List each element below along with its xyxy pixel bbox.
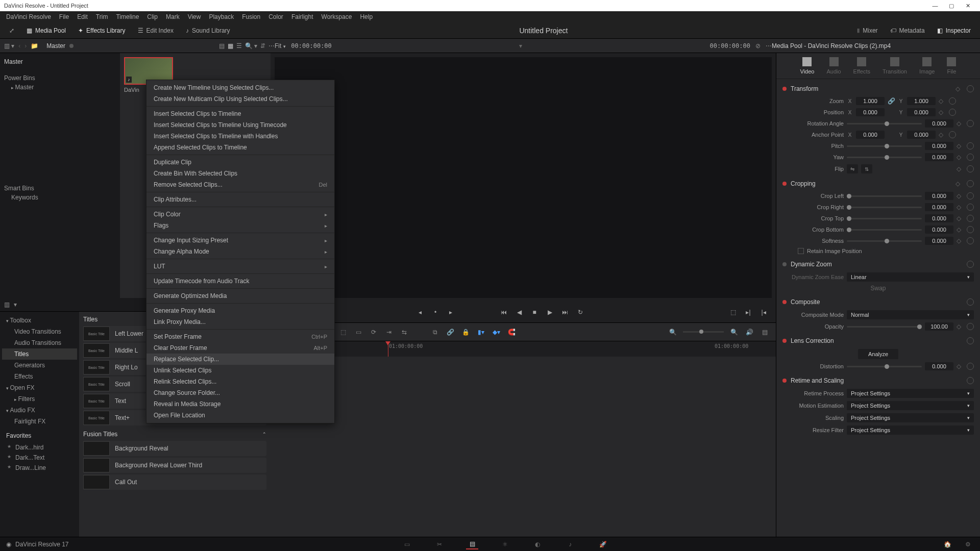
kf-icon[interactable]: ◇ (957, 120, 964, 127)
retime-select[interactable]: Project Settings▾ (847, 389, 974, 398)
lock-toggle[interactable]: 🔒 (460, 327, 471, 337)
ctx-generate-optimized-media[interactable]: Generate Optimized Media (146, 290, 334, 302)
match-frame-icon[interactable]: ⬚ (729, 308, 737, 316)
ctx-change-alpha-mode[interactable]: Change Alpha Mode (146, 246, 334, 257)
fusion-title-item[interactable]: Background Reveal (83, 441, 266, 456)
crop-bottom-slider[interactable] (847, 229, 922, 231)
ctx-link-proxy-media[interactable]: Link Proxy Media... (146, 316, 334, 328)
ripple-tool[interactable]: ⇆ (399, 327, 409, 337)
menu-file[interactable]: File (55, 13, 73, 20)
audio-mute-icon[interactable]: 🔊 (744, 327, 754, 337)
kf-icon[interactable]: ◇ (955, 85, 963, 92)
ctx-clip-attributes[interactable]: Clip Attributes... (146, 194, 334, 205)
tab-transition[interactable]: Transition (883, 57, 907, 74)
opacity-slider[interactable] (847, 326, 922, 328)
project-settings-button[interactable]: ⚙ (962, 539, 974, 549)
ctx-insert-selected-clips-to-timeline-using-timecode[interactable]: Insert Selected Clips to Timeline Using … (146, 119, 334, 131)
reset-icon[interactable] (967, 337, 974, 344)
ctx-set-poster-frame[interactable]: Set Poster FrameCtrl+P (146, 331, 334, 342)
distortion-slider[interactable] (847, 366, 922, 367)
menu-view[interactable]: View (184, 13, 205, 20)
fx-toolbox[interactable]: Toolbox (2, 315, 77, 326)
anchor-x[interactable]: 0.000 (856, 131, 885, 139)
menu-help[interactable]: Help (356, 13, 377, 20)
tab-file[interactable]: File (947, 57, 956, 74)
mark-prev-icon[interactable]: ◂ (416, 308, 424, 316)
fx-generators[interactable]: Generators (2, 360, 77, 371)
fx-filters[interactable]: ▸ Filters (2, 393, 77, 405)
smart-bin-keywords[interactable]: Keywords (4, 192, 116, 203)
pos-x[interactable]: 0.000 (856, 108, 885, 116)
resize-select[interactable]: Project Settings▾ (847, 425, 974, 435)
reset-icon[interactable] (967, 180, 974, 187)
view-meta-icon[interactable]: ▤ (219, 42, 225, 49)
flip-h-button[interactable]: ⇋ (847, 164, 858, 173)
menu-playback[interactable]: Playback (205, 13, 238, 20)
collapse-icon[interactable]: ⌃ (262, 432, 266, 437)
ctx-insert-selected-clips-to-timeline-with-handles[interactable]: Insert Selected Clips to Timeline with H… (146, 131, 334, 142)
retime-enable-dot[interactable] (782, 379, 787, 383)
ctx-update-timecode-from-audio-track[interactable]: Update Timecode from Audio Track (146, 276, 334, 287)
play-button[interactable]: ▶ (546, 308, 554, 316)
viewer-more-icon[interactable]: ⋯ (766, 42, 772, 49)
favorite-item[interactable]: Dark...Text (6, 453, 73, 463)
view-thumb-icon[interactable]: ▦ (228, 42, 233, 49)
sound-library-button[interactable]: ♪Sound Library (181, 25, 235, 36)
crop-top-slider[interactable] (847, 218, 922, 219)
menu-fairlight[interactable]: Fairlight (287, 13, 317, 20)
kf-icon[interactable]: ◇ (957, 192, 964, 199)
fit-select[interactable]: Fit (275, 42, 286, 49)
ctx-insert-selected-clips-to-timeline[interactable]: Insert Selected Clips to Timeline (146, 108, 334, 119)
rotation-value[interactable]: 0.000 (925, 119, 953, 128)
tab-image[interactable]: Image (919, 57, 935, 74)
close-button[interactable]: ✕ (960, 3, 976, 9)
fx-fairlight[interactable]: Fairlight FX (2, 416, 77, 427)
yaw-value[interactable]: 0.000 (925, 153, 953, 161)
menu-edit[interactable]: Edit (73, 13, 92, 20)
menu-mark[interactable]: Mark (162, 13, 184, 20)
dropdown-icon[interactable]: ▾ (519, 42, 522, 49)
reset-icon[interactable] (967, 377, 974, 384)
pitch-slider[interactable] (847, 145, 922, 147)
reset-icon[interactable] (967, 142, 974, 149)
reset-icon[interactable] (967, 237, 974, 244)
reset-icon[interactable] (949, 97, 956, 105)
dz-ease-select[interactable]: Linear▾ (847, 272, 974, 282)
snap-toggle[interactable]: ⧉ (430, 327, 440, 337)
crop-left-slider[interactable] (847, 195, 922, 197)
panel-menu-icon[interactable]: ▥ ▾ (4, 42, 14, 49)
ctx-lut[interactable]: LUT (146, 261, 334, 272)
replace-tool[interactable]: ⟳ (369, 327, 379, 337)
ctx-change-input-sizing-preset[interactable]: Change Input Sizing Preset (146, 235, 334, 246)
swap-button[interactable]: Swap (870, 285, 886, 292)
expand-button[interactable]: ⤢ (4, 25, 19, 36)
reset-icon[interactable] (949, 109, 956, 116)
reset-icon[interactable] (967, 363, 974, 370)
ctx-clip-color[interactable]: Clip Color (146, 209, 334, 220)
ctx-create-bin-with-selected-clips[interactable]: Create Bin With Selected Clips (146, 168, 334, 179)
reset-icon[interactable] (949, 131, 956, 138)
fx-titles[interactable]: Titles (2, 348, 77, 360)
composite-mode-select[interactable]: Normal▾ (847, 310, 974, 319)
timeline-view-icon[interactable]: ▤ (760, 327, 770, 337)
pitch-value[interactable]: 0.000 (925, 142, 953, 150)
sort-icon[interactable]: ⇵ (260, 42, 265, 49)
kf-icon[interactable]: ◇ (957, 204, 964, 211)
page-cut[interactable]: ✂ (433, 539, 446, 549)
ctx-clear-poster-frame[interactable]: Clear Poster FrameAlt+P (146, 342, 334, 354)
kf-icon[interactable]: ◇ (957, 215, 964, 222)
search-icon[interactable]: 🔍 ▾ (245, 42, 257, 49)
effects-library-button[interactable]: ✦Effects Library (73, 25, 130, 36)
zoom-out-icon[interactable]: 🔍 (668, 327, 678, 337)
dynamic-zoom-header[interactable]: Dynamic Zoom (791, 261, 832, 268)
kf-icon[interactable]: ◇ (957, 323, 964, 330)
fx-audio-transitions[interactable]: Audio Transitions (2, 337, 77, 348)
menu-fusion[interactable]: Fusion (238, 13, 264, 20)
retain-position-checkbox[interactable]: Retain Image Position (798, 248, 862, 254)
mark-dot-icon[interactable]: • (431, 308, 439, 316)
analyze-button[interactable]: Analyze (858, 349, 898, 359)
fx-panel-expand[interactable]: ▾ (14, 301, 17, 308)
ctx-duplicate-clip[interactable]: Duplicate Clip (146, 157, 334, 168)
inspector-button[interactable]: ◧Inspector (932, 25, 976, 36)
timeline-ruler[interactable]: 00:00 01:00:00:00 01:00:00:00 (271, 341, 776, 357)
